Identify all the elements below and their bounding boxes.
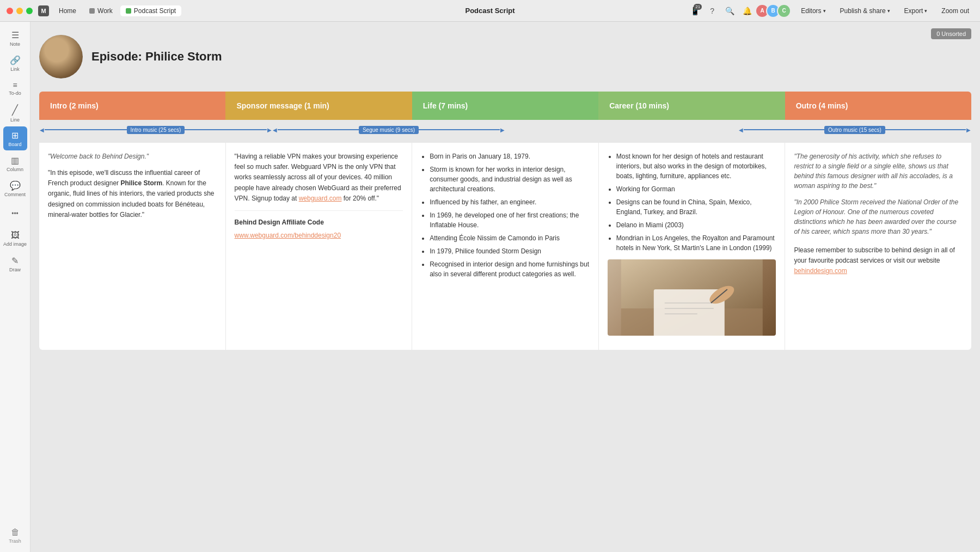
sidebar-item-link[interactable]: 🔗 Link bbox=[3, 51, 27, 75]
outro-quote2: "In 2000 Philice Storm received the Nati… bbox=[794, 197, 963, 236]
segue-music-left-line bbox=[278, 129, 359, 130]
add-image-icon: 🖼 bbox=[11, 230, 20, 240]
career-bullet-list: Most known for her design of hotels and … bbox=[608, 151, 776, 253]
segue-music-label: Segue music (9 secs) bbox=[359, 126, 419, 134]
titlebar-actions: 📱 21 ? 🔍 🔔 A B C Editors ▾ Publish & sha… bbox=[689, 4, 973, 18]
list-item: In 1979, Philice founded Storm Design bbox=[430, 246, 590, 256]
episode-title: Episode: Philice Storm bbox=[91, 50, 222, 64]
unsorted-button[interactable]: 0 Unsorted bbox=[931, 28, 971, 39]
list-item: Attending École Nissim de Camondo in Par… bbox=[430, 233, 590, 243]
export-chevron-icon: ▾ bbox=[924, 8, 927, 14]
main-content: 0 Unsorted Episode: Philice Storm Intro … bbox=[30, 22, 980, 552]
tab-podcast-label: Podcast Script bbox=[134, 7, 176, 15]
segue-music-right-arrow-icon: ▶ bbox=[500, 127, 505, 133]
life-bullet-list: Born in Paris on January 18, 1979. Storm… bbox=[421, 151, 590, 279]
outro-music-right-arrow-icon: ▶ bbox=[966, 127, 971, 133]
career-content-col: Most known for her design of hotels and … bbox=[599, 143, 786, 350]
outro-music-left-line bbox=[744, 129, 824, 130]
outro-subscribe-text: Please remember to subscribe to behind d… bbox=[794, 245, 963, 277]
trash-label: Trash bbox=[9, 538, 21, 544]
sidebar-item-trash[interactable]: 🗑 Trash bbox=[3, 524, 27, 548]
tab-podcast-script[interactable]: Podcast Script bbox=[120, 5, 181, 16]
sidebar-item-board[interactable]: ⊞ Board bbox=[3, 126, 27, 150]
webguard-link[interactable]: webguard.com bbox=[299, 195, 342, 202]
col-header-life: Life (7 mins) bbox=[412, 92, 598, 120]
episode-header: Episode: Philice Storm bbox=[39, 35, 971, 78]
export-button[interactable]: Export ▾ bbox=[900, 5, 932, 16]
search-icon[interactable]: 🔍 bbox=[724, 5, 736, 17]
column-headers: Intro (2 mins) Sponsor message (1 min) L… bbox=[39, 92, 971, 120]
sidebar-item-note[interactable]: ☰ Note bbox=[3, 26, 27, 50]
list-item: Delano in Miami (2003) bbox=[616, 220, 776, 230]
tab-work[interactable]: Work bbox=[84, 5, 118, 16]
list-item: Storm is known for her works in interior… bbox=[430, 165, 590, 194]
list-item: Recognised in interior design and home f… bbox=[430, 259, 590, 279]
line-icon: ╱ bbox=[12, 104, 18, 116]
titlebar: M Home Work Podcast Script Podcast Scrip… bbox=[0, 0, 980, 22]
list-item: Most known for her design of hotels and … bbox=[616, 151, 776, 181]
document-title: Podcast Script bbox=[465, 7, 514, 15]
outro-content-col: "The generosity of his activity, which s… bbox=[785, 143, 971, 350]
sidebar-item-more[interactable]: ••• bbox=[3, 202, 27, 226]
tab-bar: Home Work Podcast Script bbox=[53, 5, 181, 16]
draw-label: Draw bbox=[9, 267, 21, 272]
sponsor-content-col: "Having a reliable VPN makes your browsi… bbox=[226, 143, 413, 350]
work-tab-icon bbox=[89, 8, 95, 14]
notification-count: 21 bbox=[694, 4, 702, 10]
board-icon: ⊞ bbox=[11, 130, 19, 141]
add-image-label: Add image bbox=[3, 241, 27, 247]
sidebar-item-column[interactable]: ▥ Column bbox=[3, 151, 27, 175]
list-item: Designs can be found in China, Spain, Me… bbox=[616, 197, 776, 217]
affiliate-link[interactable]: www.webguard.com/behinddesign20 bbox=[235, 232, 341, 239]
intro-music-right-arrow-icon: ▶ bbox=[267, 127, 272, 133]
outro-music-right-line bbox=[885, 129, 966, 130]
list-item: Mondrian in Los Angeles, the Royalton an… bbox=[616, 233, 776, 253]
device-icon[interactable]: 📱 21 bbox=[689, 5, 701, 17]
segue-music-segment: ◀ Segue music (9 secs) ▶ bbox=[272, 126, 505, 134]
sidebar-item-add-image[interactable]: 🖼 Add image bbox=[3, 227, 27, 251]
publish-share-button[interactable]: Publish & share ▾ bbox=[836, 5, 895, 16]
intro-music-right-line bbox=[185, 129, 267, 130]
tab-home-label: Home bbox=[59, 7, 76, 15]
column-label: Column bbox=[7, 167, 23, 172]
board-label: Board bbox=[8, 142, 21, 147]
intro-music-segment: ◀ Intro music (25 secs) ▶ bbox=[39, 126, 272, 134]
sidebar-item-draw[interactable]: ✎ Draw bbox=[3, 252, 27, 276]
list-item: Working for Gorman bbox=[616, 184, 776, 194]
music-bars-row: ◀ Intro music (25 secs) ▶ ◀ Segue music … bbox=[39, 123, 971, 136]
columns-content: "Welcome back to Behind Design." "In thi… bbox=[39, 143, 971, 350]
segue-music-right-line bbox=[419, 129, 500, 130]
editors-button[interactable]: Editors ▾ bbox=[797, 5, 830, 16]
col-header-career: Career (10 mins) bbox=[598, 92, 785, 120]
sidebar-item-comment[interactable]: 💬 Comment bbox=[3, 177, 27, 201]
help-icon[interactable]: ? bbox=[706, 5, 718, 17]
outro-quote1: "The generosity of his activity, which s… bbox=[794, 151, 963, 191]
bell-icon[interactable]: 🔔 bbox=[741, 5, 753, 17]
close-button[interactable] bbox=[7, 8, 13, 14]
zoom-out-button[interactable]: Zoom out bbox=[937, 5, 973, 16]
outro-music-label: Outro music (15 secs) bbox=[824, 126, 885, 134]
col-header-outro: Outro (4 mins) bbox=[785, 92, 971, 120]
intro-content-col: "Welcome back to Behind Design." "In thi… bbox=[39, 143, 226, 350]
comment-icon: 💬 bbox=[10, 180, 21, 191]
editor-avatars: A B C bbox=[758, 4, 791, 18]
intro-music-left-arrow-icon: ◀ bbox=[40, 127, 44, 133]
intro-music-label: Intro music (25 secs) bbox=[127, 126, 185, 134]
website-link[interactable]: behinddesign.com bbox=[794, 267, 847, 275]
line-label: Line bbox=[10, 117, 20, 123]
minimize-button[interactable] bbox=[16, 8, 23, 14]
col-header-intro: Intro (2 mins) bbox=[39, 92, 225, 120]
link-label: Link bbox=[10, 66, 20, 72]
avatar-3: C bbox=[777, 4, 791, 18]
maximize-button[interactable] bbox=[26, 8, 33, 14]
comment-label: Comment bbox=[4, 192, 26, 197]
sidebar-item-line[interactable]: ╱ Line bbox=[3, 101, 27, 125]
sidebar-item-todo[interactable]: ≡ To-do bbox=[3, 76, 27, 100]
note-label: Note bbox=[10, 41, 20, 47]
outro-music-segment: ◀ Outro music (15 secs) ▶ bbox=[738, 126, 971, 134]
intro-quote1: "Welcome back to Behind Design." bbox=[48, 151, 217, 161]
affiliate-title: Behind Design Affiliate Code bbox=[235, 217, 403, 227]
tab-home[interactable]: Home bbox=[53, 5, 82, 16]
sponsor-text: "Having a reliable VPN makes your browsi… bbox=[235, 151, 403, 204]
column-icon: ▥ bbox=[11, 155, 19, 166]
